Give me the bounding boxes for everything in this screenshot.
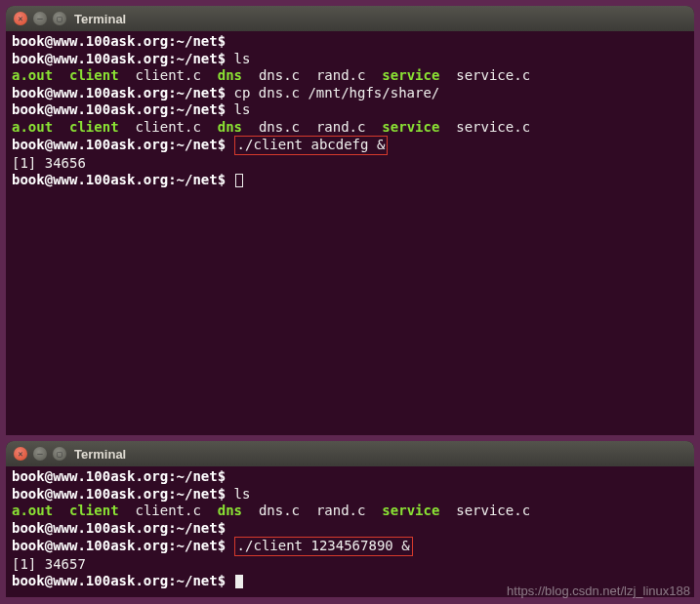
ls-output: a.out client client.c dns dns.c rand.c s… [12,67,688,85]
prompt-line: book@www.100ask.org:~/net$ ./client abcd… [12,136,688,155]
prompt-line: book@www.100ask.org:~/net$ [12,520,688,538]
titlebar[interactable]: ✕ – ▢ Terminal [6,441,694,466]
prompt-line: book@www.100ask.org:~/net$ cp dns.c /mnt… [12,85,688,102]
prompt-line: book@www.100ask.org:~/net$ [12,468,688,486]
output-line: [1] 34657 [12,556,688,574]
maximize-icon[interactable]: ▢ [53,12,66,25]
highlighted-command: ./client 1234567890 & [234,537,413,556]
ls-output: a.out client client.c dns dns.c rand.c s… [12,503,688,520]
prompt-line: book@www.100ask.org:~/net$ ls [12,51,688,68]
terminal-window-1: ✕ – ▢ Terminal book@www.100ask.org:~/net… [6,6,694,435]
window-controls: ✕ – ▢ [14,12,66,25]
window-title: Terminal [74,447,126,462]
highlighted-command: ./client abcdefg & [234,136,389,155]
ls-output: a.out client client.c dns dns.c rand.c s… [12,119,688,137]
minimize-icon[interactable]: – [33,447,47,461]
cursor [235,174,243,187]
prompt-line: book@www.100ask.org:~/net$ ./client 1234… [12,537,688,556]
prompt-line: book@www.100ask.org:~/net$ ls [12,101,688,119]
prompt-line: book@www.100ask.org:~/net$ [12,33,688,51]
watermark-text: https://blog.csdn.net/lzj_linux188 [507,584,690,598]
terminal-body-1[interactable]: book@www.100ask.org:~/net$ book@www.100a… [6,31,694,191]
terminal-body-2[interactable]: book@www.100ask.org:~/net$ book@www.100a… [6,466,694,592]
prompt-line: book@www.100ask.org:~/net$ [12,172,688,189]
titlebar[interactable]: ✕ – ▢ Terminal [6,6,694,31]
close-icon[interactable]: ✕ [14,12,27,25]
window-controls: ✕ – ▢ [14,447,66,461]
maximize-icon[interactable]: ▢ [53,447,66,461]
output-line: [1] 34656 [12,155,688,173]
minimize-icon[interactable]: – [33,12,47,25]
cursor [235,575,243,588]
close-icon[interactable]: ✕ [14,447,27,461]
prompt-line: book@www.100ask.org:~/net$ ls [12,486,688,503]
window-title: Terminal [74,12,126,26]
terminal-window-2: ✕ – ▢ Terminal book@www.100ask.org:~/net… [6,441,694,597]
